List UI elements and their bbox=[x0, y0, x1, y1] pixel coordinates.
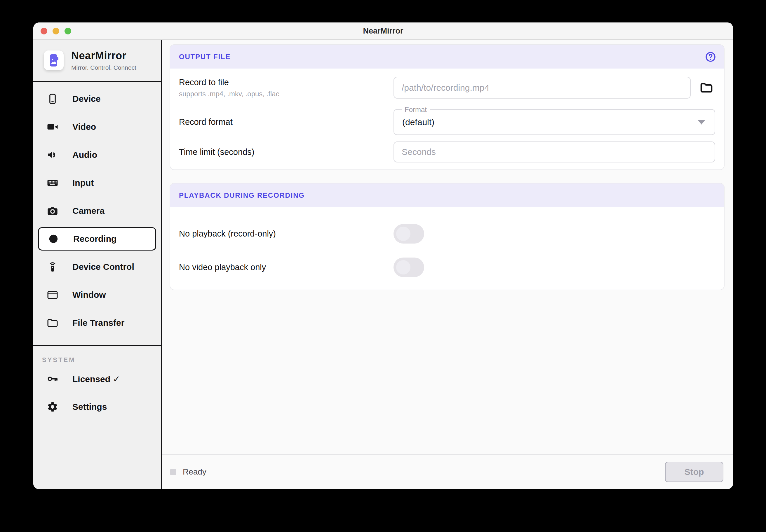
sidebar-item-device-control[interactable]: Device Control bbox=[38, 253, 156, 281]
record-to-file-label: Record to file bbox=[179, 78, 385, 87]
folder-icon bbox=[47, 317, 58, 329]
record-format-label: Record format bbox=[179, 117, 385, 127]
sidebar-item-label: Device Control bbox=[72, 262, 134, 272]
no-playback-row: No playback (record-only) bbox=[179, 223, 715, 244]
no-video-playback-toggle[interactable] bbox=[394, 258, 424, 277]
no-playback-toggle[interactable] bbox=[394, 224, 424, 244]
playback-title: PLAYBACK DURING RECORDING bbox=[179, 191, 305, 199]
speaker-icon bbox=[47, 149, 58, 161]
app-brand: NearMirror Mirror. Control. Connect bbox=[33, 40, 161, 82]
zoom-window-button[interactable] bbox=[64, 28, 71, 34]
minimize-window-button[interactable] bbox=[53, 28, 59, 34]
playback-header: PLAYBACK DURING RECORDING bbox=[170, 183, 724, 207]
sidebar-item-licensed[interactable]: Licensed ✓ bbox=[38, 365, 156, 393]
stop-button[interactable]: Stop bbox=[665, 462, 723, 482]
sidebar-item-settings[interactable]: Settings bbox=[38, 393, 156, 421]
keyboard-icon bbox=[47, 177, 58, 189]
system-section-label: SYSTEM bbox=[42, 356, 156, 364]
output-file-body: Record to file supports .mp4, .mkv, .opu… bbox=[170, 69, 724, 169]
sidebar-system-section: SYSTEM Licensed ✓ Settings bbox=[33, 346, 161, 421]
help-button[interactable] bbox=[705, 51, 716, 63]
help-icon bbox=[705, 51, 716, 63]
toggle-knob bbox=[396, 227, 410, 241]
camera-icon bbox=[47, 205, 58, 217]
status-bar: Ready Stop bbox=[162, 454, 733, 489]
sidebar-nav: Device Video Audio bbox=[33, 82, 161, 337]
key-icon bbox=[47, 373, 58, 385]
sidebar-item-label: Device bbox=[72, 94, 101, 104]
sidebar-item-label: Input bbox=[72, 178, 94, 188]
sidebar-item-label: Window bbox=[72, 290, 106, 300]
sidebar-item-label: File Transfer bbox=[72, 318, 124, 328]
sidebar-item-recording[interactable]: Recording bbox=[38, 227, 156, 251]
playback-card: PLAYBACK DURING RECORDING No playback (r… bbox=[169, 183, 725, 290]
sidebar-item-input[interactable]: Input bbox=[38, 169, 156, 197]
sidebar-item-label: Licensed ✓ bbox=[72, 374, 120, 384]
record-path-input[interactable] bbox=[394, 77, 691, 99]
chevron-down-icon bbox=[698, 120, 705, 125]
output-file-title: OUTPUT FILE bbox=[179, 53, 231, 61]
sidebar-item-file-transfer[interactable]: File Transfer bbox=[38, 309, 156, 337]
title-bar: NearMirror bbox=[33, 22, 733, 40]
close-window-button[interactable] bbox=[41, 28, 47, 34]
sidebar-item-label: Recording bbox=[73, 234, 116, 244]
sidebar-item-device[interactable]: Device bbox=[38, 85, 156, 113]
output-file-header: OUTPUT FILE bbox=[170, 45, 724, 69]
format-field-label: Format bbox=[402, 106, 430, 114]
gear-icon bbox=[47, 401, 58, 413]
main-panel: OUTPUT FILE Record to file bbox=[162, 40, 733, 489]
app-tagline: Mirror. Control. Connect bbox=[71, 64, 136, 71]
record-circle-icon bbox=[48, 233, 59, 245]
sidebar-item-label: Video bbox=[72, 122, 96, 132]
sidebar-item-camera[interactable]: Camera bbox=[38, 197, 156, 225]
sidebar-item-label: Audio bbox=[72, 150, 97, 160]
app-name: NearMirror bbox=[71, 50, 136, 62]
time-limit-label: Time limit (seconds) bbox=[179, 147, 385, 157]
record-to-file-row: Record to file supports .mp4, .mkv, .opu… bbox=[179, 77, 715, 99]
browse-file-button[interactable] bbox=[698, 79, 715, 97]
traffic-lights bbox=[41, 22, 71, 39]
sidebar-item-window[interactable]: Window bbox=[38, 281, 156, 309]
status-square-icon bbox=[170, 469, 176, 475]
toggle-knob bbox=[396, 260, 410, 274]
status-indicator: Ready bbox=[170, 467, 207, 477]
format-select[interactable]: Format (default) bbox=[394, 109, 715, 135]
sidebar-item-audio[interactable]: Audio bbox=[38, 141, 156, 169]
status-text: Ready bbox=[183, 467, 207, 477]
record-format-row: Record format Format (default) bbox=[179, 109, 715, 135]
smartphone-icon bbox=[47, 93, 58, 105]
sidebar: NearMirror Mirror. Control. Connect Devi… bbox=[33, 40, 162, 489]
no-video-playback-row: No video playback only bbox=[179, 257, 715, 277]
playback-body: No playback (record-only) No video playb… bbox=[170, 207, 724, 290]
window-icon bbox=[47, 289, 58, 301]
folder-picker-icon bbox=[699, 81, 713, 95]
remote-control-icon bbox=[47, 261, 58, 273]
window-title: NearMirror bbox=[363, 27, 403, 36]
app-window: NearMirror NearMirror Mirror. Control. C… bbox=[33, 22, 733, 489]
time-limit-row: Time limit (seconds) bbox=[179, 141, 715, 162]
output-file-card: OUTPUT FILE Record to file bbox=[169, 44, 725, 170]
sidebar-item-video[interactable]: Video bbox=[38, 113, 156, 141]
format-select-value: (default) bbox=[402, 117, 434, 127]
time-limit-input[interactable] bbox=[394, 141, 715, 162]
main-content: OUTPUT FILE Record to file bbox=[162, 40, 733, 454]
sidebar-item-label: Camera bbox=[72, 206, 104, 216]
no-playback-label: No playback (record-only) bbox=[179, 229, 385, 239]
record-to-file-hint: supports .mp4, .mkv, .opus, .flac bbox=[179, 90, 385, 98]
app-logo-icon bbox=[44, 50, 64, 70]
video-camera-icon bbox=[47, 121, 58, 133]
sidebar-item-label: Settings bbox=[72, 402, 107, 412]
no-video-playback-label: No video playback only bbox=[179, 263, 385, 272]
